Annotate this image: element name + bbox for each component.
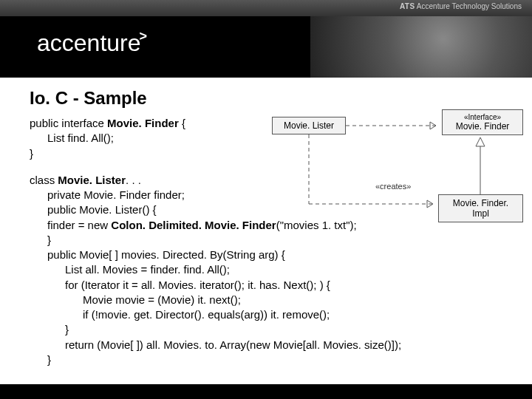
slide-title: Io. C - Sample [30, 88, 511, 109]
accenture-logo: accenture> [37, 30, 149, 57]
code-block-1: public interface Movie. Finder { List fi… [30, 116, 511, 161]
code-text: public interface [30, 117, 107, 129]
header-top-strip: ATS Accenture Technology Solutions [0, 0, 532, 16]
code-text: Movie. Finder [107, 117, 182, 129]
code-text: { [182, 117, 185, 129]
code-text: } [30, 352, 511, 367]
code-text: } [30, 322, 511, 337]
header-bar: ATS Accenture Technology Solutions accen… [0, 0, 532, 78]
code-text: Movie movie = (Movie) it. next(); [30, 293, 511, 307]
code-text: } [30, 233, 511, 248]
code-text: List find. All(); [30, 131, 511, 146]
code-block-2: class Movie. Lister. . . private Movie. … [30, 173, 511, 367]
code-text: return (Movie[ ]) all. Movies. to. Array… [30, 338, 511, 352]
code-text: class [30, 174, 58, 186]
ats-label: ATS Accenture Technology Solutions [400, 2, 522, 10]
logo-text: accenture [37, 30, 141, 56]
code-text: finder = new [47, 219, 111, 231]
code-text: Colon. Delimited. Movie. Finder [111, 219, 276, 231]
footer-bar [0, 384, 532, 399]
code-text: . . . [126, 174, 141, 186]
code-text: private Movie. Finder finder; [30, 188, 511, 202]
code-text: public Movie. Lister() { [30, 202, 511, 217]
code-text: Movie. Lister [58, 174, 126, 186]
ats-rest: Accenture Technology Solutions [415, 2, 522, 10]
slide-content: Io. C - Sample public interface Movie. F… [0, 78, 532, 367]
code-text: List all. Movies = finder. find. All(); [30, 262, 511, 277]
code-text: if (!movie. get. Director(). equals(arg)… [30, 307, 511, 322]
code-text: ("movies 1. txt"); [276, 219, 357, 231]
code-text: public Movie[ ] movies. Directed. By(Str… [30, 248, 511, 262]
code-text: } [30, 146, 511, 161]
ats-strong: ATS [400, 2, 415, 10]
code-text: for (Iterator it = all. Movies. iterator… [30, 278, 511, 293]
logo-arrow-icon: > [140, 29, 148, 44]
